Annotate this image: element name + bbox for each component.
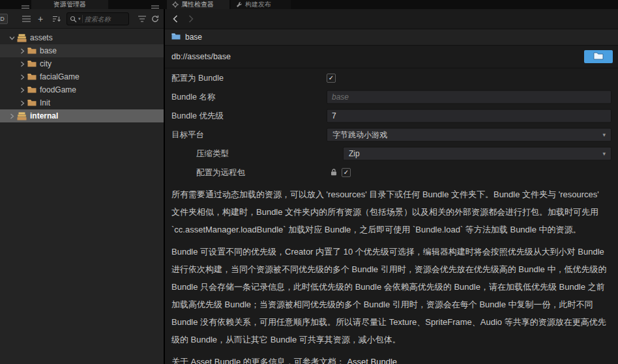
tree-item-Init[interactable]: Init xyxy=(0,96,164,109)
forward-icon[interactable] xyxy=(188,15,194,23)
tab-asset-manager[interactable]: 资源管理器 xyxy=(31,0,108,9)
chevron-right-icon[interactable] xyxy=(18,48,26,54)
tree-item-assets[interactable]: assets xyxy=(0,31,164,44)
folder-icon xyxy=(27,73,37,81)
chevron-down-icon: ▾ xyxy=(602,132,606,138)
folder-icon xyxy=(27,60,37,68)
tree-item-label: Init xyxy=(40,98,50,107)
chevron-right-icon[interactable] xyxy=(18,61,26,67)
list-view-icon[interactable] xyxy=(22,16,31,22)
folder-stack-icon xyxy=(17,34,27,42)
tab-inspector[interactable]: 属性检查器 xyxy=(167,0,229,9)
is-remote-checkbox[interactable]: ✓ xyxy=(342,168,351,177)
tree-item-city[interactable]: city xyxy=(0,57,164,70)
folder-icon xyxy=(27,86,37,94)
asset-manager-panel: D + ▾ assetsbasecityfaci xyxy=(0,9,164,364)
asset-bundle-doc-link[interactable]: Asset Bundle xyxy=(347,357,397,364)
back-icon[interactable] xyxy=(173,15,178,23)
tree-item-label: assets xyxy=(30,33,53,42)
tree-item-internal[interactable]: internal xyxy=(0,109,164,122)
search-divider xyxy=(82,15,83,23)
folder-icon xyxy=(27,99,37,107)
tree-item-facialGame[interactable]: facialGame xyxy=(0,70,164,83)
inspector-nav xyxy=(165,9,618,29)
tree-item-base[interactable]: base xyxy=(0,44,164,57)
chevron-right-icon[interactable] xyxy=(18,87,26,93)
bundle-priority-label: Bundle 优先级 xyxy=(171,110,224,121)
open-folder-button[interactable] xyxy=(584,50,613,63)
asset-path-row: db://assets/base xyxy=(165,46,618,68)
form-row-is-remote: 配置为远程包 ✓ xyxy=(165,163,618,182)
description-paragraph-1: 所有需要通过动态加载的资源，可以放入 'resources' 目录下或任何 Bu… xyxy=(171,186,609,238)
target-platform-select[interactable]: 字节跳动小游戏 ▾ xyxy=(327,128,611,141)
open-folder-icon xyxy=(593,52,604,62)
tree-item-label: base xyxy=(40,46,57,55)
form-row-bundle-priority: Bundle 优先级 xyxy=(165,106,618,125)
chevron-right-icon[interactable] xyxy=(18,100,26,106)
form-row-compression-type: 压缩类型 Zip ▾ xyxy=(165,144,618,163)
docs-hint-text: 关于 Asset Bundle 的更多信息，可参考文档： xyxy=(171,357,345,364)
is-bundle-checkbox[interactable]: ✓ xyxy=(327,74,336,83)
check-icon: ✓ xyxy=(329,75,334,81)
target-platform-value: 字节跳动小游戏 xyxy=(332,129,387,140)
bundle-name-label: Bundle 名称 xyxy=(171,91,215,102)
folder-stack-icon xyxy=(17,112,27,120)
tree-item-label: city xyxy=(40,59,52,68)
chevron-right-icon[interactable] xyxy=(18,74,26,80)
d-toggle-button[interactable]: D xyxy=(0,14,8,24)
tab-asset-manager-label: 资源管理器 xyxy=(53,0,86,9)
inspector-panel: base db://assets/base 配置为 Bundle ✓ Bundl… xyxy=(164,9,618,364)
inspector-icon xyxy=(172,1,179,8)
tab-build-publish[interactable]: 构建发布 xyxy=(231,0,291,9)
description-paragraph-3: 关于 Asset Bundle 的更多信息，可参考文档： Asset Bundl… xyxy=(171,353,609,364)
tree-item-label: internal xyxy=(30,111,58,120)
top-tab-bar: 资源管理器 属性检查器 构建发布 xyxy=(0,0,618,9)
cocos-creator-editor: 资源管理器 属性检查器 构建发布 D + xyxy=(0,0,618,364)
asset-tree: assetsbasecityfacialGamefoodGameInitinte… xyxy=(0,29,164,364)
search-box: ▾ xyxy=(66,12,129,25)
bundle-form: 配置为 Bundle ✓ Bundle 名称 Bundle 优先级 目标平台 xyxy=(165,68,618,182)
build-icon xyxy=(236,1,243,8)
sort-icon[interactable] xyxy=(52,15,61,22)
is-remote-label: 配置为远程包 xyxy=(196,167,245,178)
is-bundle-label: 配置为 Bundle xyxy=(171,72,224,83)
compression-type-value: Zip xyxy=(349,149,360,158)
form-row-bundle-name: Bundle 名称 xyxy=(165,87,618,106)
search-input[interactable] xyxy=(85,16,128,23)
tab-inspector-label: 属性检查器 xyxy=(181,0,214,9)
bundle-description: 所有需要通过动态加载的资源，可以放入 'resources' 目录下或任何 Bu… xyxy=(165,182,618,364)
filter-icon[interactable] xyxy=(138,16,146,22)
chevron-right-icon[interactable] xyxy=(8,113,16,119)
form-row-is-bundle: 配置为 Bundle ✓ xyxy=(165,68,618,87)
target-platform-label: 目标平台 xyxy=(171,129,204,140)
compression-type-select[interactable]: Zip ▾ xyxy=(343,147,611,160)
bundle-name-input[interactable] xyxy=(327,90,611,104)
search-filter-caret-icon[interactable]: ▾ xyxy=(78,16,81,21)
asset-path: db://assets/base xyxy=(171,52,231,61)
folder-icon xyxy=(27,47,37,55)
chevron-down-icon: ▾ xyxy=(602,150,606,157)
chevron-down-icon[interactable] xyxy=(8,36,16,40)
check-icon: ✓ xyxy=(344,169,349,176)
form-row-target-platform: 目标平台 字节跳动小游戏 ▾ xyxy=(165,125,618,144)
tree-item-foodGame[interactable]: foodGame xyxy=(0,83,164,96)
tab-build-publish-label: 构建发布 xyxy=(245,0,271,9)
folder-icon xyxy=(171,33,181,42)
bundle-priority-input[interactable] xyxy=(327,109,611,122)
description-paragraph-2: Bundle 可设置不同的优先级，Creator 内置了 10 个优先级可选择，… xyxy=(171,243,609,348)
search-icon xyxy=(70,16,77,23)
refresh-icon[interactable] xyxy=(151,15,159,23)
lock-icon xyxy=(331,167,337,178)
tree-item-label: foodGame xyxy=(40,85,76,94)
assets-toolbar: D + ▾ xyxy=(0,9,164,29)
compression-type-label: 压缩类型 xyxy=(196,148,229,159)
breadcrumb: base xyxy=(165,29,618,46)
add-asset-icon[interactable]: + xyxy=(38,14,43,24)
breadcrumb-label: base xyxy=(185,33,202,42)
tree-item-label: facialGame xyxy=(40,72,80,81)
